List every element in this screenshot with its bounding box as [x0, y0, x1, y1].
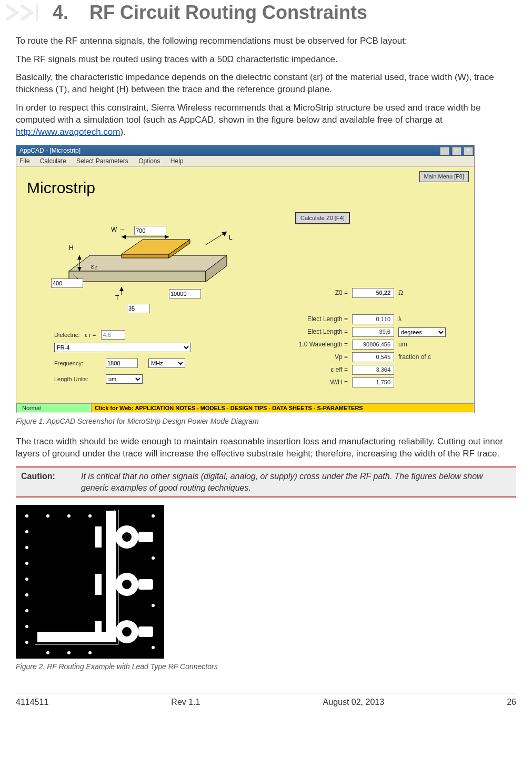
eeff-value: 3,364: [352, 365, 394, 375]
svg-point-47: [152, 556, 155, 560]
t-input[interactable]: [127, 304, 150, 313]
svg-text:r: r: [95, 264, 97, 272]
main-menu-button[interactable]: Main Menu [F8]: [419, 171, 469, 182]
svg-text:W →: W →: [111, 226, 125, 233]
svg-point-38: [25, 530, 28, 533]
status-normal: Normal: [16, 403, 91, 413]
caution-text: It is critical that no other signals (di…: [81, 471, 511, 493]
appcad-statusbar: Normal Click for Web: APPLICATION NOTES …: [16, 403, 474, 413]
svg-point-51: [67, 514, 71, 518]
svg-text:H: H: [69, 244, 74, 252]
svg-rect-34: [95, 526, 102, 548]
l-input[interactable]: [169, 289, 201, 299]
minimize-icon[interactable]: _: [440, 147, 449, 155]
dielectric-label: Dielectric:: [54, 331, 79, 339]
section-number: 4.: [53, 0, 84, 26]
svg-text:T: T: [115, 294, 119, 302]
elect-length2-value: 39,6: [352, 327, 394, 337]
elect-length-lambda-row: Elect Length = 0,110 λ: [290, 314, 401, 324]
svg-text:ε: ε: [91, 263, 94, 270]
eeff-label: ε eff =: [290, 365, 348, 374]
svg-marker-13: [77, 255, 82, 260]
frequency-unit-select[interactable]: MHz: [148, 359, 185, 368]
svg-point-53: [46, 651, 49, 654]
eeff-row: ε eff = 3,364: [290, 365, 394, 375]
svg-rect-36: [95, 621, 102, 642]
wh-row: W/H = 1,750: [290, 377, 394, 387]
svg-marker-2: [69, 271, 206, 282]
figure1-caption: Figure 1. AppCAD Screenshot for MicroStr…: [16, 416, 516, 426]
wh-label: W/H =: [290, 378, 348, 386]
wavelength-unit: um: [398, 340, 407, 349]
menu-options[interactable]: Options: [138, 156, 160, 166]
close-icon[interactable]: ×: [464, 147, 473, 155]
frequency-input[interactable]: [106, 359, 138, 368]
vp-value: 0,545: [352, 352, 394, 362]
section-heading: 4. RF Circuit Routing Constraints: [16, 0, 516, 26]
menu-calculate[interactable]: Calculate: [40, 156, 66, 166]
menu-help[interactable]: Help: [170, 156, 184, 166]
svg-point-52: [88, 514, 92, 518]
figure2-caption: Figure 2. RF Routing Example with Lead T…: [16, 662, 516, 672]
svg-rect-27: [138, 532, 153, 542]
window-buttons: _ □ ×: [439, 146, 473, 155]
svg-marker-6: [122, 254, 169, 258]
svg-point-37: [25, 514, 28, 518]
svg-rect-35: [95, 574, 102, 595]
appcad-canvas: Main Menu [F8] Calculate Z0 [F4] Microst…: [16, 167, 474, 403]
z0-value: 50,22: [352, 288, 394, 298]
menu-file[interactable]: File: [19, 156, 29, 166]
svg-point-45: [25, 641, 28, 644]
material-row: FR-4: [54, 343, 191, 352]
elect-length2-unit-select[interactable]: degrees: [398, 327, 446, 337]
wavelength-row: 1.0 Wavelength = 90806,456 um: [290, 340, 407, 350]
vp-row: Vp = 0,545 fraction of c: [290, 352, 431, 362]
svg-point-26: [122, 532, 132, 542]
paragraph-intro: To route the RF antenna signals, the fol…: [16, 35, 516, 47]
svg-point-50: [46, 514, 49, 518]
svg-point-55: [88, 651, 92, 654]
svg-point-44: [25, 625, 28, 628]
avagotech-link[interactable]: http://www.avagotech.com: [16, 127, 120, 137]
z0-unit: Ω: [398, 288, 403, 297]
svg-point-41: [25, 578, 28, 581]
svg-point-46: [152, 514, 155, 518]
elect-length1-unit: λ: [398, 315, 401, 323]
elect-length2-label: Elect Length =: [290, 327, 348, 336]
svg-point-49: [152, 646, 155, 649]
maximize-icon[interactable]: □: [452, 147, 461, 155]
svg-point-54: [67, 651, 71, 654]
t-input-wrap: [127, 304, 150, 313]
vp-unit: fraction of c: [398, 353, 431, 361]
status-web-link[interactable]: Click for Web: APPLICATION NOTES - MODEL…: [91, 403, 474, 413]
h-input[interactable]: [51, 278, 83, 288]
svg-point-48: [152, 604, 155, 607]
svg-marker-22: [222, 232, 227, 236]
footer-doc-id: 4114511: [16, 697, 48, 708]
footer-date: August 02, 2013: [323, 697, 385, 708]
elect-length1-value: 0,110: [352, 314, 394, 324]
w-input-wrap: [134, 226, 166, 235]
svg-marker-10: [165, 235, 169, 239]
wavelength-label: 1.0 Wavelength =: [290, 340, 348, 349]
h-input-wrap: [51, 278, 83, 288]
svg-text:L: L: [229, 234, 233, 241]
svg-rect-0: [36, 4, 38, 21]
paragraph-tool-a: In order to respect this constraint, Sie…: [16, 103, 480, 125]
caution-label: Caution:: [21, 471, 68, 493]
frequency-label: Frequency:: [54, 360, 95, 367]
w-input[interactable]: [134, 226, 166, 235]
appcad-window: AppCAD - [Microstrip] _ □ × File Calcula…: [16, 145, 475, 413]
svg-point-42: [25, 593, 28, 596]
length-units-select[interactable]: um: [106, 374, 143, 384]
menu-select-parameters[interactable]: Select Parameters: [76, 156, 128, 166]
elect-length-deg-row: Elect Length = 39,6 degrees: [290, 327, 446, 337]
section-title: RF Circuit Routing Constraints: [89, 2, 367, 23]
frequency-row: Frequency: MHz: [54, 359, 185, 368]
material-select[interactable]: FR-4: [54, 343, 191, 352]
microstrip-heading: Microstrip: [27, 177, 95, 199]
wh-value: 1,750: [352, 377, 394, 387]
paragraph-tool-b: ).: [120, 127, 125, 137]
calculate-z0-button[interactable]: Calculate Z0 [F4]: [295, 212, 350, 224]
footer-page: 26: [507, 697, 516, 708]
